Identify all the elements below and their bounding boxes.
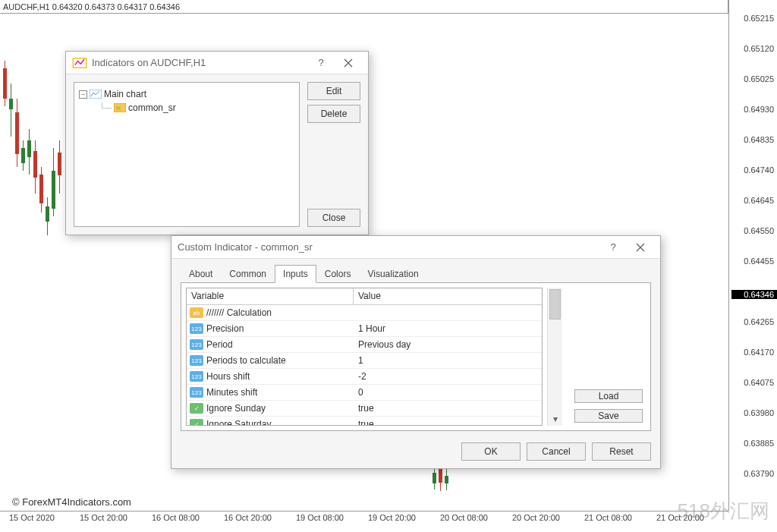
inputs-grid[interactable]: Variable Value ab/////// Calculation123P… [186, 288, 543, 426]
price-tick: 0.65120 [744, 44, 774, 53]
help-button[interactable]: ? [599, 239, 627, 256]
edit-button[interactable]: Edit [307, 82, 360, 100]
grid-row[interactable]: 123Hours shift-2 [187, 369, 542, 385]
price-tick: 0.64645 [744, 196, 774, 205]
indicators-dialog-title: Indicators on AUDCHF,H1 [92, 57, 307, 68]
tab-colors[interactable]: Colors [316, 265, 360, 283]
variable-name: Ignore Sunday [206, 403, 266, 414]
delete-button[interactable]: Delete [307, 105, 360, 123]
grid-header-value[interactable]: Value [354, 288, 542, 304]
collapse-icon[interactable]: − [79, 90, 87, 99]
chart-icon [90, 89, 102, 99]
grid-row[interactable]: 123PeriodPrevious day [187, 337, 542, 353]
help-button[interactable]: ? [307, 55, 335, 71]
price-tick: 0.64550 [744, 226, 774, 235]
grid-cell-variable: ✓Ignore Saturday [187, 419, 354, 425]
footer-credit: © ForexMT4Indicators.com [12, 496, 131, 508]
variable-name: Periods to calculate [206, 355, 286, 366]
price-tick: 0.64265 [744, 317, 774, 326]
datatype-icon: ✓ [190, 403, 203, 414]
grid-cell-value[interactable]: 1 [354, 355, 542, 366]
price-tick: 0.65025 [744, 74, 774, 83]
price-tick: 0.64930 [744, 105, 774, 114]
grid-row[interactable]: 123Precision1 Hour [187, 321, 542, 337]
grid-header-variable[interactable]: Variable [187, 288, 354, 304]
grid-cell-variable: ✓Ignore Sunday [187, 403, 354, 414]
tab-about[interactable]: About [181, 265, 221, 283]
time-tick: 20 Oct 20:00 [512, 513, 560, 522]
reset-button[interactable]: Reset [592, 442, 651, 461]
variable-name: Minutes shift [206, 387, 257, 398]
time-tick: 15 Oct 2020 [9, 513, 55, 522]
tree-child[interactable]: └─ fx common_sr [79, 101, 294, 115]
time-tick: 20 Oct 08:00 [440, 513, 488, 522]
price-tick: 0.63980 [744, 408, 774, 417]
grid-cell-value[interactable]: -2 [354, 371, 542, 382]
chart-header: AUDCHF,H1 0.64320 0.64373 0.64317 0.6434… [0, 0, 728, 14]
time-tick: 15 Oct 20:00 [80, 513, 127, 522]
price-tick: 0.64835 [744, 135, 774, 144]
tree-root-label: Main chart [104, 89, 146, 99]
close-indicators-button[interactable]: Close [307, 209, 360, 227]
time-tick: 16 Oct 08:00 [152, 513, 200, 522]
time-axis: 15 Oct 2020 15 Oct 20:00 16 Oct 08:00 16… [0, 511, 728, 532]
variable-name: Ignore Saturday [206, 419, 271, 425]
grid-row[interactable]: ✓Ignore Saturdaytrue [187, 417, 542, 425]
grid-row[interactable]: ab/////// Calculation [187, 305, 542, 321]
price-tick: 0.65215 [744, 14, 774, 23]
price-tick: 0.64075 [744, 378, 774, 387]
save-button[interactable]: Save [574, 409, 643, 423]
time-tick: 19 Oct 20:00 [368, 513, 416, 522]
grid-cell-value[interactable]: true [354, 403, 542, 414]
load-button[interactable]: Load [574, 389, 643, 403]
fx-icon: fx [114, 102, 126, 113]
tab-visualization[interactable]: Visualization [359, 265, 426, 283]
grid-cell-value[interactable]: 0 [354, 387, 542, 398]
grid-cell-variable: 123Hours shift [187, 371, 354, 382]
svg-text:fx: fx [116, 105, 121, 112]
scrollbar[interactable]: ▴ ▾ [547, 288, 562, 426]
grid-row[interactable]: 123Periods to calculate1 [187, 353, 542, 369]
variable-name: Precision [206, 323, 244, 334]
datatype-icon: 123 [190, 387, 203, 398]
tab-inputs[interactable]: Inputs [275, 265, 316, 283]
time-tick: 21 Oct 08:00 [584, 513, 632, 522]
custom-indicator-dialog: Custom Indicator - common_sr ? About Com… [171, 235, 661, 469]
svg-rect-1 [90, 90, 102, 99]
datatype-icon: 123 [190, 323, 203, 334]
price-tick: 0.63885 [744, 439, 774, 448]
grid-cell-variable: ab/////// Calculation [187, 307, 354, 318]
dialog-titlebar[interactable]: Custom Indicator - common_sr ? [171, 236, 660, 259]
price-tick: 0.64455 [744, 257, 774, 266]
grid-cell-variable: 123Period [187, 339, 354, 350]
indicators-dialog: Indicators on AUDCHF,H1 ? − Main chart └… [65, 51, 369, 235]
close-button[interactable] [627, 239, 654, 256]
grid-row[interactable]: ✓Ignore Sundaytrue [187, 401, 542, 417]
price-tick: 0.64740 [744, 165, 774, 175]
close-button[interactable] [335, 55, 362, 71]
scroll-thumb[interactable] [549, 289, 561, 320]
grid-cell-variable: 123Precision [187, 323, 354, 334]
cancel-button[interactable]: Cancel [527, 442, 586, 461]
tree-child-label: common_sr [128, 102, 176, 113]
variable-name: /////// Calculation [206, 307, 272, 318]
datatype-icon: ab [190, 307, 203, 318]
datatype-icon: 123 [190, 371, 203, 382]
grid-row[interactable]: 123Minutes shift0 [187, 385, 542, 401]
datatype-icon: 123 [190, 355, 203, 366]
scroll-down-icon[interactable]: ▾ [548, 412, 562, 426]
dialog-titlebar[interactable]: Indicators on AUDCHF,H1 ? [66, 52, 368, 74]
time-tick: 16 Oct 20:00 [224, 513, 272, 522]
indicator-tree[interactable]: − Main chart └─ fx common_sr [74, 82, 300, 227]
time-tick: 19 Oct 08:00 [296, 513, 344, 522]
tree-root[interactable]: − Main chart [79, 87, 294, 101]
tab-strip: About Common Inputs Colors Visualization [171, 259, 660, 283]
indicator-icon [72, 55, 87, 71]
grid-cell-value[interactable]: 1 Hour [354, 323, 542, 334]
variable-name: Period [206, 339, 233, 350]
tab-common[interactable]: Common [221, 265, 275, 283]
grid-cell-value[interactable]: true [354, 419, 542, 425]
grid-cell-value[interactable]: Previous day [354, 339, 542, 350]
price-axis: 0.65215 0.65120 0.65025 0.64930 0.64835 … [728, 0, 777, 511]
ok-button[interactable]: OK [461, 442, 521, 461]
